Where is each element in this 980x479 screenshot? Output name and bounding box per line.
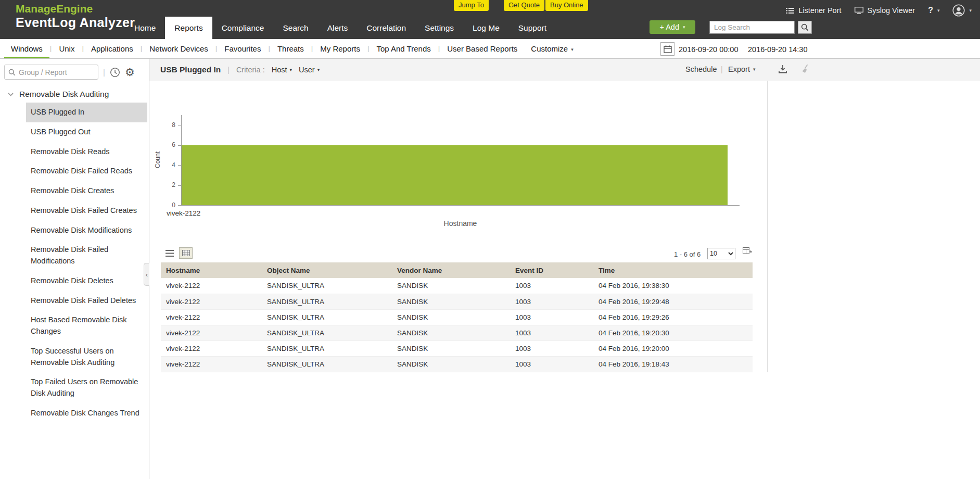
add-button[interactable]: + Add ▾ [650, 20, 695, 34]
column-vendor-name[interactable]: Vendor Name [392, 262, 510, 278]
customize-menu[interactable]: Customize ▾ [524, 39, 580, 58]
date-range-end[interactable]: 2016-09-20 14:30 [748, 45, 808, 54]
nav-item-home[interactable]: Home [125, 19, 165, 39]
table-cell: vivek-2122 [161, 356, 262, 372]
table-cell: SANDISK_ULTRA [262, 309, 392, 325]
table-row: vivek-2122 SANDISK_ULTRA SANDISK 1003 04… [161, 341, 753, 356]
sidebar-item-top-successful-users[interactable]: Top Successful Users on Removable Disk A… [26, 342, 147, 373]
table-cell: vivek-2122 [161, 341, 262, 356]
table-cell: SANDISK [392, 294, 510, 309]
host-filter-dropdown[interactable]: Host ▾ [272, 66, 292, 74]
tab-windows[interactable]: Windows [4, 39, 49, 58]
grid-view-icon[interactable] [179, 247, 193, 259]
y-tick: 4 [165, 161, 175, 169]
table-cell: SANDISK [392, 325, 510, 341]
recent-reports-icon[interactable] [110, 67, 120, 78]
sidebar-item-removable-disk-failed-creates[interactable]: Removable Disk Failed Creates [26, 201, 147, 221]
page-size-select[interactable]: 10 [707, 248, 735, 259]
table-cell: 1003 [510, 294, 593, 309]
listener-port-button[interactable]: Listener Port [786, 6, 841, 15]
column-time[interactable]: Time [593, 262, 753, 278]
list-view-icon[interactable] [166, 250, 174, 257]
table-cell: 04 Feb 2016, 19:29:48 [593, 294, 753, 309]
column-hostname[interactable]: Hostname [161, 262, 262, 278]
tab-applications[interactable]: Applications [84, 39, 140, 58]
sidebar-item-removable-disk-deletes[interactable]: Removable Disk Deletes [26, 271, 147, 291]
search-icon [801, 23, 809, 31]
table-cell: 04 Feb 2016, 19:18:43 [593, 356, 753, 372]
user-menu[interactable]: ▾ [952, 4, 972, 17]
app-logo[interactable]: ManageEngine EventLog Analyzer [16, 3, 135, 30]
table-row: vivek-2122 SANDISK_ULTRA SANDISK 1003 04… [161, 278, 753, 294]
tab-user-based-reports[interactable]: User Based Reports [440, 39, 524, 58]
sidebar-item-removable-disk-failed-reads[interactable]: Removable Disk Failed Reads [26, 161, 147, 181]
calendar-button[interactable] [660, 42, 674, 56]
table-row: vivek-2122 SANDISK_ULTRA SANDISK 1003 04… [161, 309, 753, 325]
nav-item-correlation[interactable]: Correlation [357, 19, 415, 39]
user-filter-dropdown[interactable]: User ▾ [299, 66, 320, 74]
sidebar-item-usb-plugged-out[interactable]: USB Plugged Out [26, 122, 147, 142]
sidebar-item-removable-disk-failed-deletes[interactable]: Removable Disk Failed Deletes [26, 291, 147, 311]
sidebar-item-removable-disk-creates[interactable]: Removable Disk Creates [26, 181, 147, 201]
column-object-name[interactable]: Object Name [262, 262, 392, 278]
gear-icon[interactable]: ⚙ [125, 67, 135, 78]
chart-x-axis-label: Hostname [181, 219, 740, 228]
nav-item-compliance[interactable]: Compliance [212, 19, 274, 39]
sidebar-item-usb-plugged-in[interactable]: USB Plugged In [26, 103, 147, 122]
export-dropdown[interactable]: Export ▾ [728, 65, 755, 73]
broom-icon[interactable] [801, 64, 811, 74]
tab-top-and-trends[interactable]: Top And Trends [370, 39, 437, 58]
add-button-label: + Add [659, 23, 679, 31]
table-cell: SANDISK [392, 278, 510, 294]
table-cell: SANDISK [392, 309, 510, 325]
nav-item-alerts[interactable]: Alerts [318, 19, 358, 39]
get-quote-button[interactable]: Get Quote [504, 0, 544, 11]
sidebar-item-host-based-removable-disk-changes[interactable]: Host Based Removable Disk Changes [26, 310, 147, 342]
help-menu[interactable]: ? ▾ [928, 6, 939, 15]
table-cell: 1003 [510, 325, 593, 341]
table-cell: 1003 [510, 309, 593, 325]
chart-category-label: vivek-2122 [167, 209, 200, 217]
log-search-input[interactable] [709, 21, 795, 34]
table-export-icon[interactable] [743, 247, 752, 255]
view-toggle [166, 247, 193, 259]
buy-online-button[interactable]: Buy Online [545, 0, 588, 11]
date-range-start[interactable]: 2016-09-20 00:00 [679, 45, 739, 54]
tab-network-devices[interactable]: Network Devices [143, 39, 215, 58]
schedule-button[interactable]: Schedule [685, 65, 717, 73]
jump-to-button[interactable]: Jump To [454, 0, 489, 11]
nav-item-search[interactable]: Search [274, 19, 318, 39]
help-icon: ? [928, 6, 933, 15]
nav-item-support[interactable]: Support [509, 19, 556, 39]
usb-plugged-in-chart: Count 8 6 4 2 0 vivek-2122 Hostname [149, 81, 763, 237]
tab-threats[interactable]: Threats [271, 39, 311, 58]
download-icon[interactable] [778, 65, 787, 73]
header-utilities: Listener Port Syslog Viewer ? ▾ ▾ [773, 4, 972, 17]
customize-label: Customize [531, 44, 568, 53]
nav-item-reports[interactable]: Reports [165, 17, 212, 39]
sidebar-item-top-failed-users[interactable]: Top Failed Users on Removable Disk Audit… [26, 372, 147, 404]
sidebar-item-removable-disk-modifications[interactable]: Removable Disk Modifications [26, 221, 147, 241]
sidebar-toolbar: | ⚙ [0, 59, 149, 84]
nav-item-logme[interactable]: Log Me [463, 19, 509, 39]
tree-group-removable-disk-auditing[interactable]: Removable Disk Auditing [0, 84, 149, 103]
table-cell: 1003 [510, 278, 593, 294]
syslog-viewer-button[interactable]: Syslog Viewer [855, 6, 915, 15]
sidebar-item-removable-disk-failed-modifications[interactable]: Removable Disk Failed Modifications [26, 240, 147, 271]
tab-my-reports[interactable]: My Reports [313, 39, 367, 58]
log-search-button[interactable] [798, 21, 812, 34]
sidebar-item-removable-disk-reads[interactable]: Removable Disk Reads [26, 142, 147, 162]
tab-unix[interactable]: Unix [52, 39, 81, 58]
group-report-search[interactable] [4, 65, 98, 80]
sidebar-item-removable-disk-changes-trend[interactable]: Removable Disk Changes Trend [26, 404, 147, 423]
table-cell: SANDISK_ULTRA [262, 294, 392, 309]
table-cell: vivek-2122 [161, 294, 262, 309]
y-tick: 8 [165, 121, 175, 129]
chart-bar[interactable] [182, 145, 728, 206]
tab-favourites[interactable]: Favourites [218, 39, 268, 58]
nav-item-settings[interactable]: Settings [415, 19, 463, 39]
sidebar-collapse-handle[interactable]: ‹ [144, 263, 149, 286]
column-event-id[interactable]: Event ID [510, 262, 593, 278]
group-report-search-input[interactable] [19, 68, 94, 77]
table-cell: vivek-2122 [161, 278, 262, 294]
